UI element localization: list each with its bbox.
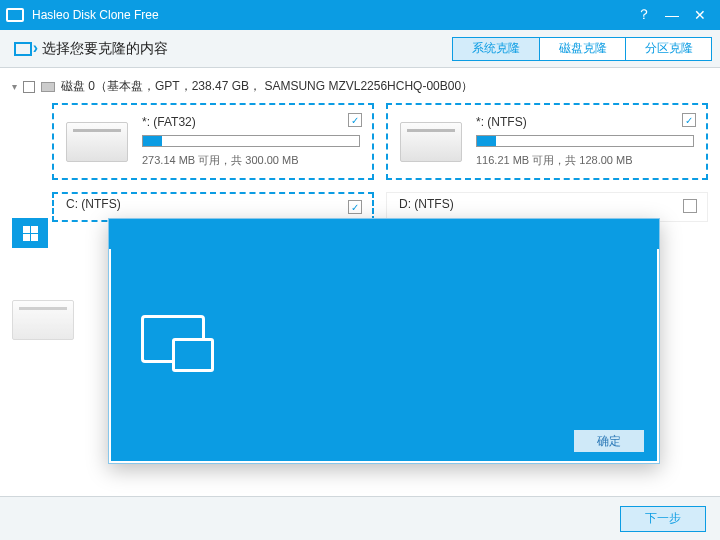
chevron-down-icon: ▾ (12, 81, 17, 92)
toolbar: 选择您要克隆的内容 系统克隆 磁盘克隆 分区克隆 (0, 30, 720, 68)
ok-button[interactable]: 确定 (573, 429, 645, 453)
partition-name: *: (NTFS) (476, 115, 694, 129)
window-title: Hasleo Disk Clone Free (32, 8, 159, 22)
page-title: 选择您要克隆的内容 (42, 40, 168, 58)
usage-bar (476, 135, 694, 147)
usage-bar (142, 135, 360, 147)
drive-icon (66, 122, 128, 162)
app-icon (6, 8, 24, 22)
partition-card[interactable]: ✓ *: (FAT32) 273.14 MB 可用，共 300.00 MB (52, 103, 374, 180)
usage-text: 116.21 MB 可用，共 128.00 MB (476, 153, 694, 168)
disk-header-text: 磁盘 0（基本盘，GPT，238.47 GB， SAMSUNG MZVL2256… (61, 78, 473, 95)
next-button[interactable]: 下一步 (620, 506, 706, 532)
partition-name: C: (NTFS) (66, 197, 121, 211)
about-dialog: 关于 × Hasleo Disk Clone Free 版本 3.8 (编译: … (108, 218, 660, 464)
disk-header-row[interactable]: ▾ 磁盘 0（基本盘，GPT，238.47 GB， SAMSUNG MZVL22… (12, 78, 708, 95)
partition-checkbox[interactable]: ✓ (682, 113, 696, 127)
windows-icon (23, 226, 38, 241)
disk-icon (41, 82, 55, 92)
partition-grid: ✓ *: (FAT32) 273.14 MB 可用，共 300.00 MB ✓ … (12, 103, 708, 222)
os-badge (12, 218, 48, 248)
window-titlebar: Hasleo Disk Clone Free ？ — ✕ (0, 0, 720, 30)
partition-checkbox[interactable]: ✓ (348, 113, 362, 127)
clone-target-icon (14, 42, 32, 56)
minimize-button[interactable]: — (658, 4, 686, 26)
partition-name: *: (FAT32) (142, 115, 360, 129)
tab-system-clone[interactable]: 系统克隆 (453, 38, 539, 60)
partition-card[interactable]: ✓ *: (NTFS) 116.21 MB 可用，共 128.00 MB (386, 103, 708, 180)
partition-checkbox[interactable] (683, 199, 697, 213)
tab-disk-clone[interactable]: 磁盘克隆 (539, 38, 625, 60)
tab-partition-clone[interactable]: 分区克隆 (625, 38, 711, 60)
drive-icon (12, 300, 74, 340)
usage-text: 273.14 MB 可用，共 300.00 MB (142, 153, 360, 168)
disk-checkbox[interactable] (23, 81, 35, 93)
close-button[interactable]: ✕ (686, 4, 714, 26)
content-area: ▾ 磁盘 0（基本盘，GPT，238.47 GB， SAMSUNG MZVL22… (0, 68, 720, 222)
help-button[interactable]: ？ (630, 4, 658, 26)
partition-checkbox[interactable]: ✓ (348, 200, 362, 214)
partition-name: D: (NTFS) (399, 197, 454, 211)
footer: 下一步 (0, 496, 720, 540)
clone-mode-tabs: 系统克隆 磁盘克隆 分区克隆 (452, 37, 712, 61)
drive-icon (400, 122, 462, 162)
dialog-titlebar: 关于 × (109, 219, 659, 249)
